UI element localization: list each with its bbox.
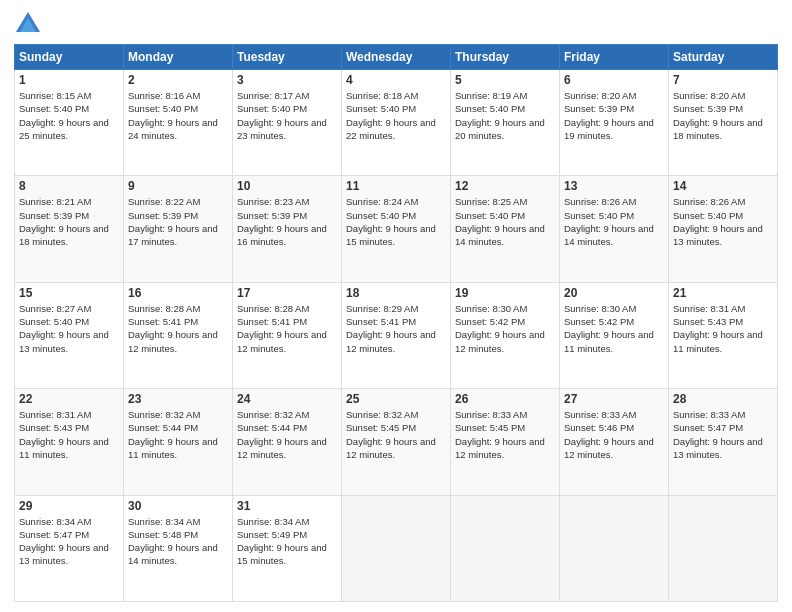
calendar-cell bbox=[560, 495, 669, 601]
calendar-cell: 19Sunrise: 8:30 AMSunset: 5:42 PMDayligh… bbox=[451, 282, 560, 388]
day-number: 12 bbox=[455, 179, 555, 193]
day-info: Sunrise: 8:15 AMSunset: 5:40 PMDaylight:… bbox=[19, 89, 119, 142]
calendar-cell: 4Sunrise: 8:18 AMSunset: 5:40 PMDaylight… bbox=[342, 70, 451, 176]
calendar-cell: 29Sunrise: 8:34 AMSunset: 5:47 PMDayligh… bbox=[15, 495, 124, 601]
day-number: 26 bbox=[455, 392, 555, 406]
day-info: Sunrise: 8:33 AMSunset: 5:45 PMDaylight:… bbox=[455, 408, 555, 461]
calendar-cell: 6Sunrise: 8:20 AMSunset: 5:39 PMDaylight… bbox=[560, 70, 669, 176]
day-number: 5 bbox=[455, 73, 555, 87]
daylight-text: Daylight: 9 hours and 11 minutes. bbox=[19, 436, 109, 460]
day-number: 29 bbox=[19, 499, 119, 513]
sunrise-text: Sunrise: 8:32 AM bbox=[346, 409, 418, 420]
calendar-week-2: 8Sunrise: 8:21 AMSunset: 5:39 PMDaylight… bbox=[15, 176, 778, 282]
sunrise-text: Sunrise: 8:31 AM bbox=[673, 303, 745, 314]
day-info: Sunrise: 8:25 AMSunset: 5:40 PMDaylight:… bbox=[455, 195, 555, 248]
day-info: Sunrise: 8:28 AMSunset: 5:41 PMDaylight:… bbox=[237, 302, 337, 355]
sunrise-text: Sunrise: 8:29 AM bbox=[346, 303, 418, 314]
day-info: Sunrise: 8:26 AMSunset: 5:40 PMDaylight:… bbox=[673, 195, 773, 248]
day-info: Sunrise: 8:23 AMSunset: 5:39 PMDaylight:… bbox=[237, 195, 337, 248]
daylight-text: Daylight: 9 hours and 12 minutes. bbox=[128, 329, 218, 353]
day-number: 20 bbox=[564, 286, 664, 300]
day-number: 4 bbox=[346, 73, 446, 87]
daylight-text: Daylight: 9 hours and 13 minutes. bbox=[19, 329, 109, 353]
sunset-text: Sunset: 5:40 PM bbox=[673, 210, 743, 221]
calendar-cell: 9Sunrise: 8:22 AMSunset: 5:39 PMDaylight… bbox=[124, 176, 233, 282]
weekday-header-tuesday: Tuesday bbox=[233, 45, 342, 70]
weekday-header-wednesday: Wednesday bbox=[342, 45, 451, 70]
calendar-week-3: 15Sunrise: 8:27 AMSunset: 5:40 PMDayligh… bbox=[15, 282, 778, 388]
daylight-text: Daylight: 9 hours and 15 minutes. bbox=[346, 223, 436, 247]
day-number: 25 bbox=[346, 392, 446, 406]
daylight-text: Daylight: 9 hours and 23 minutes. bbox=[237, 117, 327, 141]
daylight-text: Daylight: 9 hours and 22 minutes. bbox=[346, 117, 436, 141]
daylight-text: Daylight: 9 hours and 14 minutes. bbox=[455, 223, 545, 247]
day-number: 11 bbox=[346, 179, 446, 193]
sunrise-text: Sunrise: 8:30 AM bbox=[564, 303, 636, 314]
daylight-text: Daylight: 9 hours and 12 minutes. bbox=[237, 436, 327, 460]
day-info: Sunrise: 8:30 AMSunset: 5:42 PMDaylight:… bbox=[455, 302, 555, 355]
day-number: 7 bbox=[673, 73, 773, 87]
sunset-text: Sunset: 5:46 PM bbox=[564, 422, 634, 433]
sunrise-text: Sunrise: 8:32 AM bbox=[128, 409, 200, 420]
day-number: 3 bbox=[237, 73, 337, 87]
daylight-text: Daylight: 9 hours and 18 minutes. bbox=[19, 223, 109, 247]
calendar-week-1: 1Sunrise: 8:15 AMSunset: 5:40 PMDaylight… bbox=[15, 70, 778, 176]
sunrise-text: Sunrise: 8:23 AM bbox=[237, 196, 309, 207]
sunset-text: Sunset: 5:42 PM bbox=[564, 316, 634, 327]
weekday-header-saturday: Saturday bbox=[669, 45, 778, 70]
day-number: 27 bbox=[564, 392, 664, 406]
calendar-cell: 20Sunrise: 8:30 AMSunset: 5:42 PMDayligh… bbox=[560, 282, 669, 388]
sunset-text: Sunset: 5:41 PM bbox=[237, 316, 307, 327]
page: SundayMondayTuesdayWednesdayThursdayFrid… bbox=[0, 0, 792, 612]
daylight-text: Daylight: 9 hours and 12 minutes. bbox=[346, 329, 436, 353]
calendar-week-4: 22Sunrise: 8:31 AMSunset: 5:43 PMDayligh… bbox=[15, 389, 778, 495]
sunrise-text: Sunrise: 8:22 AM bbox=[128, 196, 200, 207]
sunset-text: Sunset: 5:48 PM bbox=[128, 529, 198, 540]
sunset-text: Sunset: 5:47 PM bbox=[19, 529, 89, 540]
calendar-cell: 30Sunrise: 8:34 AMSunset: 5:48 PMDayligh… bbox=[124, 495, 233, 601]
day-number: 1 bbox=[19, 73, 119, 87]
day-number: 22 bbox=[19, 392, 119, 406]
day-number: 30 bbox=[128, 499, 228, 513]
sunset-text: Sunset: 5:39 PM bbox=[237, 210, 307, 221]
calendar-cell: 1Sunrise: 8:15 AMSunset: 5:40 PMDaylight… bbox=[15, 70, 124, 176]
day-info: Sunrise: 8:33 AMSunset: 5:46 PMDaylight:… bbox=[564, 408, 664, 461]
day-number: 31 bbox=[237, 499, 337, 513]
day-info: Sunrise: 8:19 AMSunset: 5:40 PMDaylight:… bbox=[455, 89, 555, 142]
calendar-cell: 12Sunrise: 8:25 AMSunset: 5:40 PMDayligh… bbox=[451, 176, 560, 282]
daylight-text: Daylight: 9 hours and 13 minutes. bbox=[673, 223, 763, 247]
calendar-cell: 2Sunrise: 8:16 AMSunset: 5:40 PMDaylight… bbox=[124, 70, 233, 176]
calendar-week-5: 29Sunrise: 8:34 AMSunset: 5:47 PMDayligh… bbox=[15, 495, 778, 601]
calendar-cell: 3Sunrise: 8:17 AMSunset: 5:40 PMDaylight… bbox=[233, 70, 342, 176]
day-number: 28 bbox=[673, 392, 773, 406]
sunset-text: Sunset: 5:41 PM bbox=[346, 316, 416, 327]
sunrise-text: Sunrise: 8:15 AM bbox=[19, 90, 91, 101]
calendar-cell: 16Sunrise: 8:28 AMSunset: 5:41 PMDayligh… bbox=[124, 282, 233, 388]
sunrise-text: Sunrise: 8:20 AM bbox=[564, 90, 636, 101]
day-info: Sunrise: 8:34 AMSunset: 5:48 PMDaylight:… bbox=[128, 515, 228, 568]
day-info: Sunrise: 8:26 AMSunset: 5:40 PMDaylight:… bbox=[564, 195, 664, 248]
calendar-cell: 8Sunrise: 8:21 AMSunset: 5:39 PMDaylight… bbox=[15, 176, 124, 282]
sunrise-text: Sunrise: 8:28 AM bbox=[128, 303, 200, 314]
sunset-text: Sunset: 5:44 PM bbox=[237, 422, 307, 433]
day-info: Sunrise: 8:24 AMSunset: 5:40 PMDaylight:… bbox=[346, 195, 446, 248]
day-number: 14 bbox=[673, 179, 773, 193]
daylight-text: Daylight: 9 hours and 12 minutes. bbox=[455, 329, 545, 353]
calendar-table: SundayMondayTuesdayWednesdayThursdayFrid… bbox=[14, 44, 778, 602]
daylight-text: Daylight: 9 hours and 13 minutes. bbox=[19, 542, 109, 566]
sunset-text: Sunset: 5:40 PM bbox=[455, 103, 525, 114]
sunset-text: Sunset: 5:40 PM bbox=[455, 210, 525, 221]
weekday-header-friday: Friday bbox=[560, 45, 669, 70]
sunset-text: Sunset: 5:40 PM bbox=[19, 103, 89, 114]
calendar-cell: 14Sunrise: 8:26 AMSunset: 5:40 PMDayligh… bbox=[669, 176, 778, 282]
sunrise-text: Sunrise: 8:34 AM bbox=[128, 516, 200, 527]
calendar-cell: 13Sunrise: 8:26 AMSunset: 5:40 PMDayligh… bbox=[560, 176, 669, 282]
calendar-cell bbox=[451, 495, 560, 601]
day-info: Sunrise: 8:32 AMSunset: 5:45 PMDaylight:… bbox=[346, 408, 446, 461]
day-info: Sunrise: 8:21 AMSunset: 5:39 PMDaylight:… bbox=[19, 195, 119, 248]
daylight-text: Daylight: 9 hours and 12 minutes. bbox=[564, 436, 654, 460]
day-info: Sunrise: 8:34 AMSunset: 5:47 PMDaylight:… bbox=[19, 515, 119, 568]
sunset-text: Sunset: 5:45 PM bbox=[455, 422, 525, 433]
daylight-text: Daylight: 9 hours and 12 minutes. bbox=[237, 329, 327, 353]
day-number: 2 bbox=[128, 73, 228, 87]
